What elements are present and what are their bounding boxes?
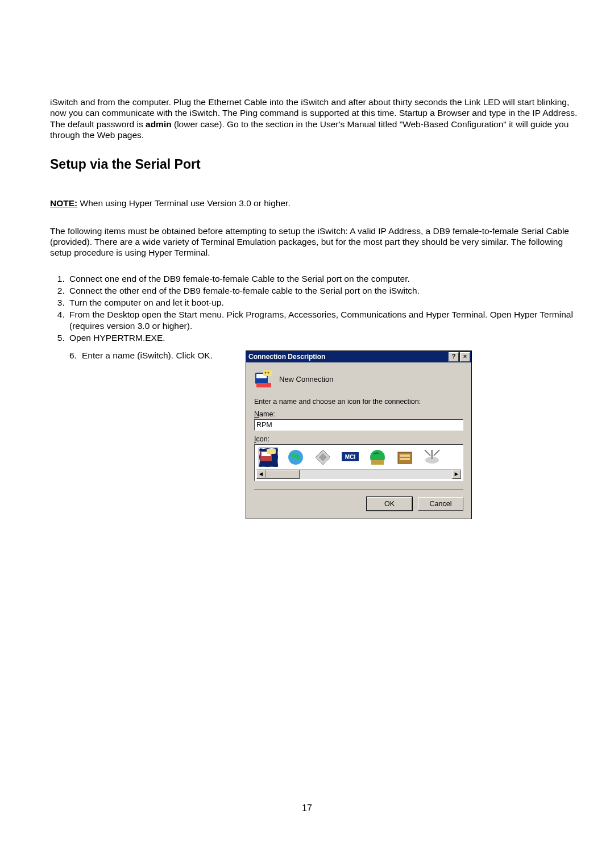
svg-rect-15 — [371, 460, 384, 465]
scroll-left-button[interactable]: ◄ — [256, 470, 265, 479]
svg-point-4 — [268, 372, 269, 374]
svg-rect-8 — [267, 449, 276, 454]
icon-option-diamond[interactable] — [313, 448, 333, 467]
following-paragraph: The following items must be obtained bef… — [50, 226, 580, 258]
svg-point-3 — [265, 372, 267, 374]
icon-label: Icon: — [254, 435, 463, 443]
ok-button[interactable]: OK — [367, 497, 412, 511]
svg-text:MCI: MCI — [345, 454, 356, 460]
cancel-button[interactable]: Cancel — [418, 497, 463, 511]
phone-modem-icon — [254, 369, 273, 389]
list-item: Connect one end of the DB9 female-to-fem… — [67, 273, 580, 285]
scroll-right-button[interactable]: ► — [452, 470, 461, 479]
dialog-body: New Connection Enter a name and choose a… — [246, 362, 471, 519]
icon-label-rest: con: — [256, 435, 269, 443]
name-input[interactable] — [254, 419, 463, 431]
name-label: Name: — [254, 410, 463, 418]
step6-number: 6. — [69, 350, 82, 361]
note-text: When using Hyper Terminal use Version 3.… — [77, 198, 291, 208]
help-button[interactable]: ? — [449, 352, 459, 362]
list-item: From the Desktop open the Start menu. Pi… — [67, 309, 580, 332]
note-line: NOTE: When using Hyper Terminal use Vers… — [50, 198, 580, 208]
section-heading: Setup via the Serial Port — [50, 157, 580, 172]
svg-rect-20 — [431, 450, 433, 459]
icon-option-selected[interactable] — [259, 448, 278, 467]
dialog-titlebar[interactable]: Connection Description ? × — [246, 351, 471, 362]
step6-text: 6.Enter a name (iSwitch). Click OK. — [67, 350, 234, 361]
icon-option-globe2[interactable] — [368, 448, 387, 467]
intro-paragraph: iSwitch and from the computer. Plug the … — [50, 97, 580, 141]
step6-row: 6.Enter a name (iSwitch). Click OK. Conn… — [50, 350, 580, 519]
step6-body: Enter a name (iSwitch). Click OK. — [82, 350, 213, 360]
icon-strip: MCI — [256, 446, 461, 468]
new-connection-row: New Connection — [254, 369, 463, 389]
name-label-rest: ame: — [259, 410, 275, 418]
scroll-thumb[interactable] — [265, 470, 300, 479]
icon-option-globe[interactable] — [286, 448, 305, 467]
dialog-buttons: OK Cancel — [254, 497, 463, 511]
svg-rect-18 — [400, 458, 410, 460]
dialog-prompt: Enter a name and choose an icon for the … — [254, 398, 463, 406]
dialog-separator — [254, 489, 463, 490]
close-button[interactable]: × — [460, 352, 470, 362]
page-number: 17 — [0, 803, 614, 813]
list-item: Open HYPERTRM.EXE. — [67, 332, 580, 344]
intro-bold: admin — [146, 119, 172, 129]
icon-scrollbar[interactable]: ◄ ► — [256, 469, 461, 479]
connection-description-dialog: Connection Description ? × — [246, 350, 472, 519]
dialog-title: Connection Description — [248, 353, 325, 361]
steps-list: Connect one end of the DB9 female-to-fem… — [50, 273, 580, 344]
note-label: NOTE: — [50, 198, 77, 208]
list-item: Turn the computer on and let it boot-up. — [67, 297, 580, 308]
icon-option-satellite[interactable] — [422, 448, 442, 467]
list-item: Connect the other end of the DB9 female-… — [67, 285, 580, 297]
svg-rect-5 — [256, 383, 271, 387]
icon-option-folder[interactable] — [395, 448, 414, 467]
name-label-underline: N — [254, 410, 259, 418]
new-connection-label: New Connection — [279, 375, 333, 383]
svg-rect-17 — [400, 454, 410, 457]
icon-picker: MCI ◄ — [254, 444, 463, 481]
icon-option-mci[interactable]: MCI — [341, 448, 360, 467]
